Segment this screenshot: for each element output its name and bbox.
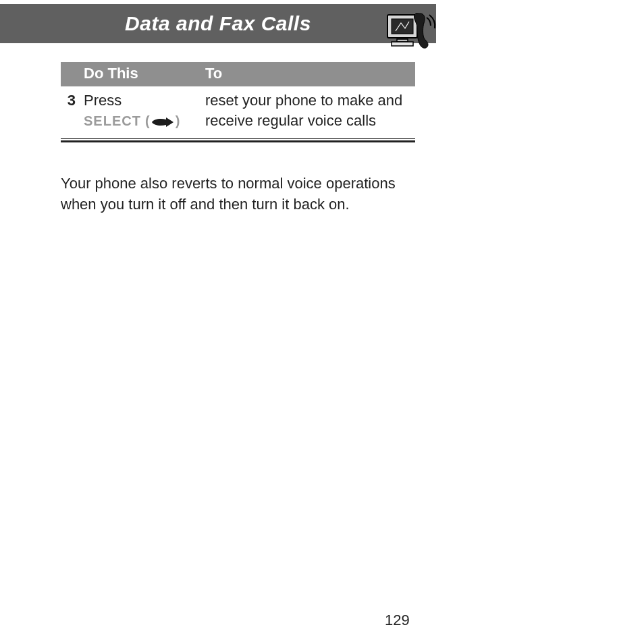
table-row: 3 Press SELECT () reset your phone to ma… — [61, 86, 415, 138]
instruction-table: Do This To 3 Press SELECT () reset your … — [61, 62, 415, 142]
action-press: Press — [84, 92, 122, 109]
step-action: Press SELECT () — [78, 86, 200, 138]
table-rule-thick — [61, 140, 415, 142]
paren-close: ) — [176, 113, 180, 128]
table-header-to: To — [200, 62, 415, 86]
table-rule-thin — [61, 138, 415, 139]
svg-rect-1 — [392, 19, 413, 34]
section-title-bar: Data and Fax Calls — [0, 4, 436, 43]
step-number: 3 — [61, 86, 78, 138]
computer-phone-icon — [386, 11, 437, 53]
select-key-icon — [151, 112, 174, 132]
content-area: Do This To 3 Press SELECT () reset your … — [61, 62, 415, 215]
section-title: Data and Fax Calls — [125, 12, 311, 35]
page-number: 129 — [385, 612, 410, 629]
manual-page: Data and Fax Calls Do This To — [0, 4, 644, 644]
table-header-do-this: Do This — [78, 62, 200, 86]
select-key-label: SELECT — [84, 113, 141, 128]
paren-open: ( — [145, 113, 150, 128]
body-paragraph: Your phone also reverts to normal voice … — [61, 173, 415, 215]
svg-rect-3 — [392, 42, 413, 46]
step-result: reset your phone to make and receive reg… — [200, 86, 415, 138]
table-header-blank — [61, 62, 78, 86]
